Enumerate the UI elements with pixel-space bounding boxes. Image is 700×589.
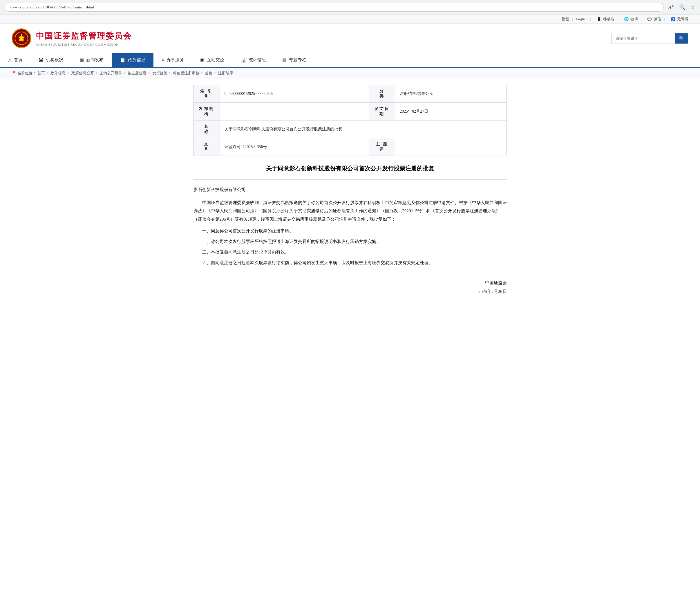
breadcrumb-home[interactable]: 首页 [37,70,45,76]
label-date: 发文日期 [369,103,395,121]
browser-icons: 𝐴ᴬ 🔍 ☆ [668,4,695,10]
nav-label-about: 机构概况 [46,57,63,63]
doc-footer: 中国证监会 2025年2月26日 [194,278,507,296]
nav-label-policy: 政务信息 [128,57,145,63]
separator-3: | [617,17,618,21]
about-icon: 🏛 [39,57,43,63]
site-header: 中国证券监督管理委员会 CHINA SECURITIES REGULATORY … [0,24,700,53]
nav-item-news[interactable]: ▦ 新闻发布 [71,53,112,68]
bc-sep-2: > [67,71,69,75]
nav-item-service[interactable]: ≡ 办事服务 [153,53,192,68]
search-button[interactable]: 🔍 [675,33,688,43]
label-category: 分 类 [369,85,395,103]
bc-sep-7: > [201,71,203,75]
footer-org: 中国证监会 [194,278,507,287]
logo-area: 中国证券监督管理委员会 CHINA SECURITIES REGULATORY … [12,28,132,48]
emblem-svg [14,31,28,45]
interact-icon: ▣ [200,57,205,63]
label-name: 名 称 [194,121,220,138]
search-icon[interactable]: 🔍 [679,4,686,10]
value-name: 关于同意影石创新科技股份有限公司首次公开发行股票注册的批复 [220,121,506,138]
footer-date: 2025年2月26日 [194,287,507,296]
table-row-publisher: 发布机构 发文日期 2025年02月27日 [194,103,506,121]
bc-sep-4: > [124,71,126,75]
doc-addressee: 影石创新科技股份有限公司： [194,186,507,194]
accessible-icon: ♿ [671,17,675,21]
logo-emblem [12,28,31,48]
nav-item-interact[interactable]: ▣ 互动交流 [192,53,232,68]
search-box[interactable]: 🔍 [611,33,688,44]
bookmark-icon[interactable]: ☆ [691,4,695,10]
wechat-icon: 💬 [647,17,652,21]
breadcrumb-current: 注册结果 [218,70,233,76]
bc-sep-8: > [214,71,216,75]
breadcrumb-active-dir[interactable]: 主动公开目录 [99,70,122,76]
special-icon: ▤ [282,57,287,63]
separator-4: | [641,17,642,21]
doc-item-2: 二、你公司本次发行股票应严格按照报送上海证券交易所的招股说明书和发行承销方案实施… [202,237,507,246]
bc-sep-6: > [169,71,171,75]
nav-label-special: 专题专栏 [289,57,306,63]
label-docno: 文 号 [194,138,220,156]
utility-bar: 繁體 | English | 📱 移动端 | 🌐 微博 | 💬 微信 | ♿ 无… [0,15,700,24]
nav-item-about[interactable]: 🏛 机构概况 [31,53,71,68]
url-bar[interactable]: www.csrc.gov.cn/csrc/c105906/c7541453/co… [5,3,664,12]
doc-item-4: 四、自同意注册之日起至本次股票发行结束前，你公司如发生重大事项，应及时报告上海证… [202,259,507,267]
separator-5: | [664,17,665,21]
breadcrumb-ipo[interactable]: 首发 [205,70,212,76]
news-icon: ▦ [79,57,84,63]
weibo-link[interactable]: 微博 [630,17,638,22]
main-nav: △ 首页 🏛 机构概况 ▦ 新闻发布 📋 政务信息 ≡ 办事服务 ▣ 互动交流 … [0,53,700,68]
nav-label-interact: 互动交流 [207,57,224,63]
breadcrumb-prefix: 当前位置： [17,70,36,76]
label-publisher: 发布机构 [194,103,220,121]
home-icon: △ [8,57,12,63]
doc-body-para: 中国证券监督管理委员会收到上海证券交易所报送的关于你公司首次公开发行股票并在科创… [194,199,507,223]
weibo-group: 🌐 微博 [624,17,638,22]
content-area: 索 引 号 bm56000001/2025-00002636 分 类 注册结果:… [182,85,518,296]
separator-2: | [590,17,591,21]
nav-label-stats: 统计信息 [249,57,266,63]
value-publisher [220,103,369,121]
browser-chrome: www.csrc.gov.cn/csrc/c105906/c7541453/co… [0,0,700,15]
site-title-en: CHINA SECURITIES REGULATORY COMMISSION [36,43,132,46]
font-icon[interactable]: 𝐴ᴬ [668,4,674,10]
bc-sep-1: > [47,71,49,75]
weibo-icon: 🌐 [624,17,629,21]
breadcrumb-govinfo[interactable]: 政府信息公开 [71,70,94,76]
nav-label-home: 首页 [14,57,23,63]
breadcrumb-location-icon: 📍 [12,71,16,75]
accessible-link[interactable]: 无障碍 [677,17,688,22]
breadcrumb: 📍 当前位置： 首页 > 政务信息 > 政府信息公开 > 主动公开目录 > 按主… [0,68,700,79]
breadcrumb-by-topic[interactable]: 按主题查看 [128,70,146,76]
breadcrumb-policy[interactable]: 政务信息 [50,70,65,76]
stats-icon: 📊 [241,57,246,63]
traditional-chinese-link[interactable]: 繁體 [562,17,569,22]
doc-item-3: 三、本批复自同意注册之日起12个月内有效。 [202,248,507,256]
nav-item-policy[interactable]: 📋 政务信息 [112,53,153,68]
mobile-link[interactable]: 移动端 [603,17,615,22]
mobile-icon: 📱 [597,17,601,21]
value-index: bm56000001/2025-00002636 [220,85,369,103]
nav-item-special[interactable]: ▤ 专题专栏 [274,53,314,68]
value-date: 2025年02月27日 [395,103,506,121]
accessible-group: ♿ 无障碍 [671,17,688,22]
value-category: 注册结果:结果公示 [395,85,506,103]
site-title-zh: 中国证券监督管理委员会 [36,30,132,41]
doc-title: 关于同意影石创新科技股份有限公司首次公开发行股票注册的批复 [194,165,507,172]
info-table: 索 引 号 bm56000001/2025-00002636 分 类 注册结果:… [194,85,507,156]
table-row-name: 名 称 关于同意影石创新科技股份有限公司首次公开发行股票注册的批复 [194,121,506,138]
search-input[interactable] [612,34,675,43]
wechat-link[interactable]: 微信 [654,17,661,22]
table-row-docno: 文 号 证监许可〔2025〕356号 主 题 词 [194,138,506,156]
doc-item-1: 一、同意你公司首次公开发行股票的注册申请。 [202,227,507,235]
wechat-group: 💬 微信 [647,17,661,22]
bc-sep-5: > [148,71,150,75]
breadcrumb-star[interactable]: 科创板注册审核 [173,70,199,76]
service-icon: ≡ [161,57,164,63]
breadcrumb-issuance[interactable]: 发行监管 [152,70,167,76]
nav-item-home[interactable]: △ 首页 [0,53,31,68]
nav-item-stats[interactable]: 📊 统计信息 [232,53,274,68]
english-link[interactable]: English [576,17,588,21]
value-keywords [395,138,506,156]
